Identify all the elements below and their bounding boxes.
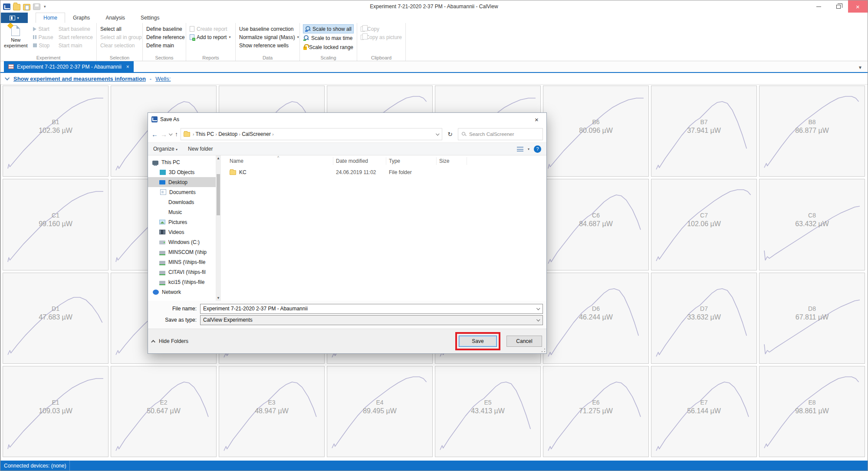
tab-graphs[interactable]: Graphs: [65, 13, 98, 23]
new-experiment-button[interactable]: New experiment: [4, 25, 28, 54]
collapse-chevron-icon[interactable]: [5, 76, 10, 80]
file-name-input[interactable]: Experiment 7-21-2020 2-37 PM - Abaumanni…: [200, 304, 543, 314]
sidebar-item-kci15-hips-file[interactable]: kci15 (\\hips-file: [148, 277, 216, 287]
new-folder-button[interactable]: New folder: [188, 146, 213, 152]
use-baseline-correction-button[interactable]: Use baseline correction: [239, 25, 296, 33]
close-button[interactable]: ×: [848, 0, 868, 13]
view-list-icon[interactable]: [517, 147, 523, 152]
well-cell-B7[interactable]: B737.941 µW: [651, 86, 757, 177]
well-cell-E8[interactable]: E898.861 µW: [759, 366, 865, 457]
start-main-button[interactable]: Start main: [59, 41, 93, 49]
sidebar-item-windows-c[interactable]: Windows (C:): [148, 237, 216, 247]
well-cell-E7[interactable]: E756.144 µW: [651, 366, 757, 457]
sidebar-item-citavi-hips-fil[interactable]: CITAVI (\\hips-fil: [148, 267, 216, 277]
sidebar-item-network[interactable]: Network: [148, 287, 216, 297]
well-cell-D8[interactable]: D867.811 µW: [759, 273, 865, 364]
pause-button[interactable]: Pause: [33, 33, 53, 41]
dialog-close-button[interactable]: ×: [527, 113, 546, 126]
breadcrumb-item[interactable]: Desktop: [217, 131, 239, 137]
breadcrumb-item[interactable]: CalScreener: [240, 131, 272, 137]
save-button[interactable]: Save: [459, 336, 497, 347]
tab-settings[interactable]: Settings: [133, 13, 167, 23]
select-all-in-group-button[interactable]: Select all in group: [100, 33, 139, 41]
well-cell-C6[interactable]: C684.687 µW: [543, 179, 649, 270]
normalize-signal-button[interactable]: Normalize signal (Mass)▾: [239, 33, 296, 41]
scale-to-max-time-button[interactable]: Scale to max time: [303, 34, 353, 42]
organize-button[interactable]: Organize ▾: [153, 146, 178, 152]
stop-button[interactable]: Stop: [33, 41, 53, 49]
show-experiment-info-link[interactable]: Show experiment and measurements informa…: [13, 76, 146, 82]
well-cell-E6[interactable]: E671.275 µW: [543, 366, 649, 457]
sidebar-item-music[interactable]: Music: [148, 207, 216, 217]
open-folder-icon[interactable]: [13, 4, 20, 10]
sidebar-scrollbar[interactable]: ▲ ▼: [216, 155, 221, 301]
well-cell-C7[interactable]: C7102.06 µW: [651, 179, 757, 270]
well-cell-D1[interactable]: D147.683 µW: [3, 273, 108, 364]
help-icon[interactable]: ?: [534, 145, 541, 153]
up-button[interactable]: ↑: [175, 131, 178, 138]
start-baseline-button[interactable]: Start baseline: [59, 25, 93, 33]
define-main-button[interactable]: Define main: [146, 41, 182, 49]
copy-button[interactable]: Copy: [361, 25, 402, 33]
restore-button[interactable]: [829, 0, 848, 13]
sidebar-item-documents[interactable]: Documents: [148, 187, 216, 197]
refresh-icon[interactable]: ↻: [445, 131, 455, 138]
column-header-name[interactable]: Name: [227, 157, 333, 165]
scroll-up-icon[interactable]: ▲: [217, 156, 220, 160]
sidebar-item-videos[interactable]: Videos: [148, 227, 216, 237]
sidebar-item-this-pc[interactable]: This PC: [148, 157, 216, 167]
address-dropdown-icon[interactable]: [436, 132, 439, 135]
well-cell-E2[interactable]: E250.647 µW: [111, 366, 217, 457]
save-as-type-select[interactable]: CalView Experiments: [200, 315, 543, 325]
well-cell-E3[interactable]: E348.947 µW: [219, 366, 325, 457]
file-row-kc[interactable]: KC24.06.2019 11:02File folder: [227, 167, 546, 178]
chevron-down-icon[interactable]: [536, 306, 540, 310]
sort-ascending-icon[interactable]: ^: [277, 155, 279, 160]
start-button[interactable]: Start: [33, 25, 53, 33]
hide-folders-button[interactable]: Hide Folders: [152, 338, 188, 344]
sidebar-item-desktop[interactable]: Desktop: [148, 177, 216, 187]
import-experiment-icon[interactable]: [23, 4, 30, 10]
create-report-button[interactable]: Create report: [190, 25, 232, 33]
back-button[interactable]: ←: [151, 131, 158, 138]
experiment-document-tab[interactable]: Experiment 7-21-2020 2-37 PM - Abaumanni…: [4, 61, 134, 72]
column-header-type[interactable]: Type: [386, 157, 437, 165]
scroll-down-icon[interactable]: ▼: [217, 296, 220, 300]
clear-selection-button[interactable]: Clear selection: [100, 41, 139, 49]
save-icon[interactable]: [33, 3, 40, 10]
recent-locations-icon[interactable]: [169, 132, 172, 135]
tab-home[interactable]: Home: [36, 13, 65, 23]
breadcrumb-item[interactable]: This PC: [194, 131, 215, 137]
define-reference-button[interactable]: Define reference: [146, 33, 182, 41]
sidebar-item-pictures[interactable]: Pictures: [148, 217, 216, 227]
define-baseline-button[interactable]: Define baseline: [146, 25, 182, 33]
scale-to-show-all-button[interactable]: Scale to show all: [303, 25, 353, 33]
start-reference-button[interactable]: Start reference: [59, 33, 93, 41]
tab-analysis[interactable]: Analysis: [98, 13, 133, 23]
resize-grip[interactable]: [541, 348, 546, 352]
sidebar-item-3d-objects[interactable]: 3D Objects: [148, 167, 216, 177]
select-all-button[interactable]: Select all: [100, 25, 139, 33]
column-header-date-modified[interactable]: Date modified: [333, 157, 386, 165]
sidebar-item-downloads[interactable]: Downloads: [148, 197, 216, 207]
well-cell-C1[interactable]: C199.160 µW: [3, 179, 108, 270]
chevron-down-icon[interactable]: ▾: [528, 147, 529, 151]
well-cell-E1[interactable]: E1109.03 µW: [3, 366, 108, 457]
app-menu-button[interactable]: ▾: [1, 13, 28, 23]
close-tab-icon[interactable]: ×: [126, 64, 129, 70]
cancel-button[interactable]: Cancel: [506, 336, 542, 347]
tab-list-dropdown-icon[interactable]: ▼: [858, 65, 862, 70]
add-to-report-button[interactable]: +Add to report▾: [190, 33, 232, 41]
well-cell-E5[interactable]: E543.413 µW: [435, 366, 541, 457]
well-cell-D6[interactable]: D646.244 µW: [543, 273, 649, 364]
wells-link[interactable]: Wells:: [155, 76, 171, 82]
copy-as-picture-button[interactable]: Copy as picture: [361, 33, 402, 41]
sidebar-item-mins-hips-file[interactable]: MINS (\\hips-file: [148, 257, 216, 267]
search-box[interactable]: Search CalScreener: [458, 128, 543, 140]
well-cell-B1[interactable]: B1102.36 µW: [3, 86, 108, 177]
scrollbar-thumb[interactable]: [217, 174, 220, 215]
well-cell-E4[interactable]: E489.495 µW: [327, 366, 433, 457]
minimize-button[interactable]: [809, 0, 829, 13]
well-cell-B8[interactable]: B886.877 µW: [759, 86, 865, 177]
chevron-down-icon[interactable]: [536, 318, 540, 321]
